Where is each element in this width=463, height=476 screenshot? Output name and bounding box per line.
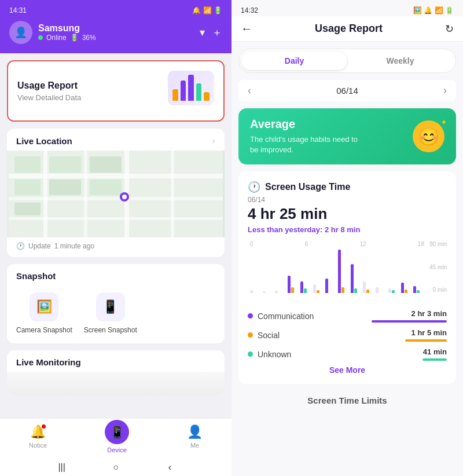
map-area (7, 151, 225, 237)
nav-device[interactable]: 📱 Device (105, 420, 129, 453)
screen-snapshot-label: Screen Snapshot (84, 326, 137, 334)
left-time: 14:31 (9, 6, 27, 14)
battery-percent: 36% (82, 34, 96, 42)
bar-group-16 (388, 288, 399, 293)
tab-weekly[interactable]: Weekly (347, 52, 453, 70)
unknown-bar (422, 358, 447, 361)
nav-notice[interactable]: 🔔 Notice (29, 424, 47, 449)
bar-illustration (168, 71, 214, 105)
bar-group-13 (351, 264, 362, 293)
usage-report-title: Usage Report (17, 80, 81, 91)
screen-usage-date: 06/14 (248, 196, 447, 204)
right-panel: 14:32 🖼️ 🔔 📶 🔋 ← Usage Report ↻ Daily We… (232, 0, 463, 476)
bottom-nav: 🔔 Notice 📱 Device 👤 Me (0, 418, 232, 459)
live-monitoring-preview (7, 372, 225, 395)
unknown-dot (248, 351, 253, 357)
usage-header: 🕐 Screen Usage Time (248, 181, 447, 193)
communication-dot (248, 313, 253, 318)
svg-rect-9 (49, 156, 81, 173)
clock-icon: 🕐 (16, 242, 25, 250)
nav-me[interactable]: 👤 Me (187, 424, 203, 449)
usage-report-icon (168, 71, 214, 111)
unknown-time: 41 min (423, 347, 447, 356)
y-label-0: 0 min (429, 287, 447, 293)
left-status-icons: 🔔 📶 🔋 (192, 6, 222, 14)
y-label-45: 45 min (429, 264, 447, 270)
bar-group-10 (313, 284, 324, 293)
category-unknown-right: 41 min (422, 347, 447, 361)
username: Samsung (38, 23, 96, 34)
live-location-header: Live Location › (7, 129, 225, 151)
recent-apps-btn[interactable]: ||| (56, 462, 68, 473)
comparison-label: Less than yesterday: (248, 225, 322, 234)
me-icon: 👤 (187, 424, 203, 440)
screen-usage-time: 4 hr 25 min (248, 205, 447, 223)
chevron-right-icon[interactable]: › (212, 136, 215, 146)
camera-snapshot-item[interactable]: 🖼️ Camera Snapshot (16, 292, 72, 334)
header-actions: ▾ ＋ (200, 25, 222, 39)
notice-badge-dot (42, 424, 46, 429)
usage-report-text: Usage Report View Detailed Data (17, 80, 81, 102)
bar-group-12 (338, 250, 349, 293)
date-prev-btn[interactable]: ‹ (248, 85, 251, 97)
svg-rect-7 (171, 151, 174, 237)
back-btn[interactable]: ‹ (164, 462, 175, 473)
svg-rect-13 (90, 180, 122, 195)
bar-group-1 (263, 291, 274, 293)
bar-group-0 (250, 290, 261, 293)
live-location-card: Live Location › (7, 129, 225, 257)
comparison-value: 2 hr 8 min (325, 225, 360, 234)
usage-report-subtitle: View Detailed Data (17, 93, 81, 102)
tab-daily[interactable]: Daily (241, 52, 347, 70)
average-card: Average The child's usage habits need to… (238, 108, 456, 164)
category-communication-right: 2 hr 3 min (372, 309, 447, 323)
live-monitoring-header: Live Monitoring (7, 350, 225, 372)
y-label-90: 90 min (429, 241, 447, 247)
social-name: Social (258, 331, 280, 340)
bar-group-6b (300, 281, 311, 293)
back-arrow-icon[interactable]: ← (241, 22, 252, 35)
category-social-left: Social (248, 331, 280, 340)
bar-group-15 (376, 287, 387, 293)
chart-bars-area (248, 241, 427, 293)
snapshot-card: Snapshot 🖼️ Camera Snapshot 📱 Screen Sna… (7, 264, 225, 343)
date-next-btn[interactable]: › (443, 85, 447, 97)
svg-rect-12 (49, 180, 81, 195)
header-user-info: Samsung Online 🔋 36% (38, 23, 96, 42)
dropdown-icon[interactable]: ▾ (200, 26, 205, 39)
home-btn[interactable]: ○ (110, 462, 122, 473)
smiley-icon: 😊 (413, 120, 444, 152)
screen-snapshot-item[interactable]: 📱 Screen Snapshot (84, 292, 137, 334)
right-status-bar: 14:32 🖼️ 🔔 📶 🔋 (232, 0, 463, 16)
online-label: Online (46, 34, 67, 42)
y-axis-labels: 90 min 45 min 0 min (429, 241, 447, 293)
screen-usage-section: 🕐 Screen Usage Time 06/14 4 hr 25 min Le… (238, 171, 456, 384)
average-title: Average (250, 118, 366, 131)
see-more-btn[interactable]: See More (248, 365, 447, 375)
bar-group-2 (275, 291, 286, 293)
add-icon[interactable]: ＋ (212, 25, 222, 39)
svg-rect-10 (90, 156, 122, 173)
smiley-wrapper: 😊 ✦ (413, 120, 444, 152)
svg-rect-11 (14, 180, 41, 195)
device-icon-circle: 📱 (105, 420, 129, 444)
social-bar (405, 339, 447, 342)
header-status: Online 🔋 36% (38, 34, 96, 42)
camera-snapshot-label: Camera Snapshot (16, 326, 72, 334)
date-label: 06/14 (336, 86, 358, 96)
system-nav: ||| ○ ‹ (0, 459, 232, 476)
screen-usage-comparison: Less than yesterday: 2 hr 8 min (248, 225, 447, 234)
left-content: Usage Report View Detailed Data Live Loc… (0, 53, 232, 418)
svg-point-16 (122, 195, 127, 199)
bar-group-11 (325, 279, 336, 293)
unknown-name: Unknown (258, 350, 291, 359)
live-location-title: Live Location (16, 136, 72, 146)
social-dot (248, 332, 253, 338)
usage-report-card[interactable]: Usage Report View Detailed Data (7, 60, 225, 122)
snapshot-title: Snapshot (16, 271, 56, 281)
live-monitoring-title: Live Monitoring (16, 357, 81, 367)
refresh-icon[interactable]: ↻ (445, 23, 454, 35)
online-dot (38, 35, 43, 40)
screen-usage-title: Screen Usage Time (265, 182, 350, 192)
live-monitoring-card: Live Monitoring (7, 350, 225, 395)
